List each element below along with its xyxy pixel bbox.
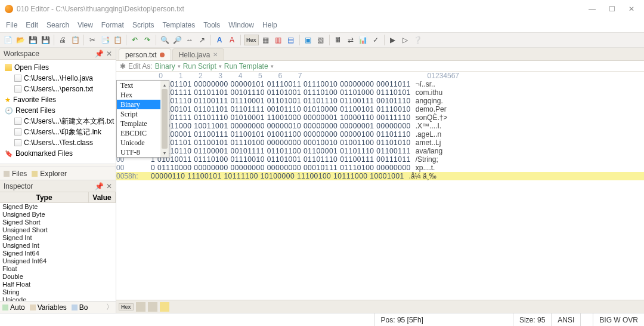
recent-file-item[interactable]: C:\Users\...\Test.class: [4, 137, 116, 148]
open-files-section[interactable]: Open Files: [4, 62, 116, 73]
font-icon[interactable]: A: [214, 35, 225, 45]
open-file-item[interactable]: C:\Users\...\Hello.java: [4, 73, 116, 84]
inspector-row[interactable]: Unsigned Int64: [0, 257, 116, 265]
hex-row[interactable]: 001 01100001 01100111 01100101 01001100 …: [116, 130, 644, 139]
cols-icon[interactable]: ▥: [273, 35, 284, 45]
hex-row[interactable]: 001 01010011 01110100 01110010 01101001 …: [116, 155, 644, 164]
scroll-up-icon[interactable]: ▴: [160, 81, 169, 89]
auto-tab[interactable]: Auto: [2, 303, 25, 312]
panel-pin-icon[interactable]: 📌: [95, 50, 104, 58]
scroll-down-icon[interactable]: ▾: [160, 149, 169, 157]
minimize-button[interactable]: —: [589, 5, 596, 13]
menu-tools[interactable]: Tools: [203, 21, 220, 29]
tab-close-icon[interactable]: ✕: [213, 51, 218, 58]
hex-row[interactable]: 001 01110110 01100001 00101111 01101100 …: [116, 147, 644, 155]
inspector-row[interactable]: String: [0, 288, 116, 296]
menu-help[interactable]: Help: [262, 21, 277, 29]
find-icon[interactable]: 🔍: [159, 35, 170, 45]
preview-icon[interactable]: 📋: [70, 35, 80, 45]
chevron-down-icon[interactable]: ▾: [178, 63, 181, 69]
hex-row[interactable]: 000 01110000 00000000 00000000 00000000 …: [116, 164, 644, 172]
grid-icon[interactable]: ▦: [261, 35, 271, 45]
saveall-icon[interactable]: 💾: [40, 35, 51, 45]
tab-close-icon[interactable]: [160, 53, 165, 57]
editor-tab-hello[interactable]: Hello.java✕: [172, 48, 225, 60]
scroll-thumb[interactable]: [162, 89, 168, 149]
panel-close-icon[interactable]: ✕: [106, 182, 112, 190]
inspector-row[interactable]: Half Float: [0, 281, 116, 288]
files-tab[interactable]: Files: [4, 170, 27, 178]
close-button[interactable]: ✕: [628, 5, 634, 13]
panel-pin-icon[interactable]: 📌: [95, 182, 104, 190]
open-icon[interactable]: 📂: [15, 35, 26, 45]
hex-row[interactable]: 001 01101110 01100111 01110001 01101001 …: [116, 97, 644, 105]
runscript-icon[interactable]: ▶: [388, 35, 398, 45]
hex-mode-badge[interactable]: Hex: [119, 303, 134, 310]
menu-window[interactable]: Window: [228, 21, 254, 29]
pencil-icon[interactable]: [160, 302, 169, 312]
menu-file[interactable]: File: [6, 21, 17, 29]
inspector-row[interactable]: Signed Short: [0, 219, 116, 226]
hex-editor[interactable]: 0 1 2 3 4 5 6 7 01234567 000 11101101 00…: [116, 72, 644, 300]
findnext-icon[interactable]: 🔎: [172, 35, 182, 45]
inspector-row[interactable]: Double: [0, 273, 116, 281]
inspector-row[interactable]: Float: [0, 265, 116, 273]
tab-scroll-icon[interactable]: 〉: [106, 302, 113, 312]
maximize-button[interactable]: ☐: [609, 5, 615, 13]
cut-icon[interactable]: ✂: [87, 35, 98, 45]
vars-icon[interactable]: ▧: [315, 35, 326, 45]
open-file-item[interactable]: C:\Users\...\person.txt: [4, 84, 116, 94]
footer-btn[interactable]: [136, 302, 145, 312]
variables-tab[interactable]: Variables: [30, 303, 67, 312]
hex-row[interactable]: 001 01101111 01101101 00101110 01101001 …: [116, 88, 644, 97]
new-icon[interactable]: 📄: [2, 35, 13, 45]
inspector-col-value[interactable]: Value: [89, 192, 116, 202]
undo-icon[interactable]: ↶: [129, 35, 140, 45]
editor-tab-person[interactable]: person.txt: [119, 48, 171, 60]
panel-close-icon[interactable]: ✕: [106, 50, 112, 58]
menu-format[interactable]: Format: [101, 21, 124, 29]
inspector-row[interactable]: Signed Byte: [0, 203, 116, 211]
save-icon[interactable]: 💾: [27, 35, 38, 45]
help-icon[interactable]: ❔: [413, 35, 423, 45]
menu-edit[interactable]: Edit: [26, 21, 38, 29]
editas-dropdown[interactable]: TextHexBinaryScriptTemplateEBCDICUnicode…: [116, 80, 169, 158]
hex-row[interactable]: 0058h:00000110 11100101 10111100 1010000…: [116, 172, 644, 180]
inspector-row[interactable]: Signed Int: [0, 234, 116, 242]
bytes-icon[interactable]: ▤: [286, 35, 296, 45]
footer-btn[interactable]: [148, 302, 157, 312]
menu-templates[interactable]: Templates: [163, 21, 196, 29]
inspector-icon[interactable]: ▣: [303, 35, 314, 45]
hex-row[interactable]: 000 11101101 00000000 00000101 01110011 …: [116, 80, 644, 88]
hex-row[interactable]: 000 01100101 01101101 01101111 00101110 …: [116, 105, 644, 113]
runtemplate-link[interactable]: Run Template: [224, 62, 268, 70]
inspector-row[interactable]: Unsigned Short: [0, 226, 116, 234]
bookmarks-tab[interactable]: Bo: [72, 303, 88, 312]
runscript-link[interactable]: Run Script: [183, 62, 216, 70]
fontcolor-icon[interactable]: A: [227, 35, 237, 45]
goto-icon[interactable]: ↗: [197, 35, 208, 45]
inspector-row[interactable]: Signed Int64: [0, 250, 116, 257]
inspector-row[interactable]: Unsigned Int: [0, 242, 116, 250]
recent-file-item[interactable]: C:\Users\...\印象笔记.lnk: [4, 127, 116, 137]
recent-files-section[interactable]: 🕘Recent Files: [4, 105, 116, 116]
favorite-files-section[interactable]: ★Favorite Files: [4, 94, 116, 105]
checksum-icon[interactable]: ✓: [370, 35, 381, 45]
replace-icon[interactable]: ↔: [184, 35, 195, 45]
calc-icon[interactable]: 🖩: [333, 35, 343, 45]
hex-badge-icon[interactable]: Hex: [244, 35, 259, 45]
runtemplate-icon[interactable]: ▷: [400, 35, 411, 45]
hex-row[interactable]: 001 01101111 01101110 01010001 11001000 …: [116, 113, 644, 122]
hex-row[interactable]: 000 01011000 10011001 00000000 00000010 …: [116, 122, 644, 130]
paste-icon[interactable]: 📋: [112, 35, 123, 45]
hist-icon[interactable]: 📊: [358, 35, 369, 45]
editas-link[interactable]: Binary: [155, 62, 175, 70]
menu-scripts[interactable]: Scripts: [132, 21, 154, 29]
hex-row[interactable]: 001 01101101 01100101 01110100 00000000 …: [116, 139, 644, 147]
print-icon[interactable]: 🖨: [57, 35, 68, 45]
inspector-col-type[interactable]: Type: [0, 192, 89, 202]
inspector-row[interactable]: Unsigned Byte: [0, 211, 116, 219]
inspector-row[interactable]: Unicode: [0, 296, 116, 301]
copy-icon[interactable]: 📑: [100, 35, 110, 45]
compare-icon[interactable]: ⇄: [345, 35, 356, 45]
